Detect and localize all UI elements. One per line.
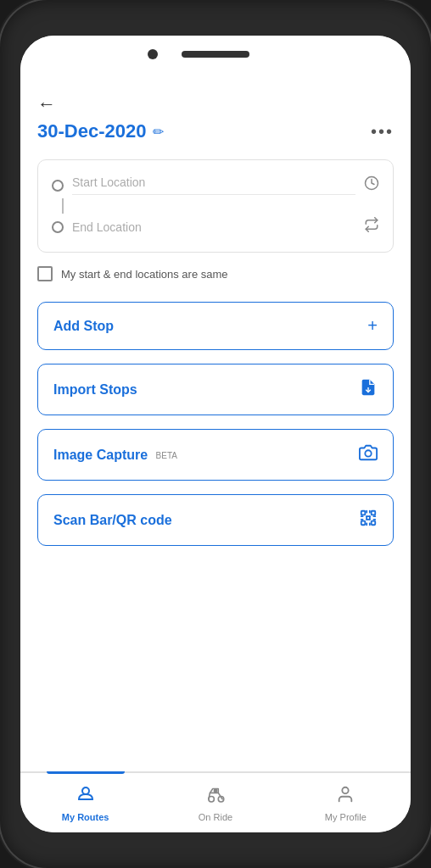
svg-point-2 [365,450,371,456]
image-capture-label: Image Capture BETA [53,448,177,463]
end-location-row[interactable]: End Location [52,214,379,240]
same-location-checkbox[interactable] [37,266,53,281]
svg-rect-5 [361,521,366,526]
start-location-input[interactable]: Start Location [72,175,355,195]
my-profile-label: My Profile [325,812,367,822]
end-location-input[interactable]: End Location [72,220,355,234]
more-options-icon[interactable]: ••• [371,122,394,142]
back-button[interactable]: ← [37,93,64,115]
same-location-row[interactable]: My start & end locations are same [37,266,394,281]
nav-on-ride[interactable]: On Ride [150,773,280,832]
action-btn-import-stops[interactable]: Import Stops [37,364,394,415]
content-spacer [20,553,411,771]
nav-my-profile[interactable]: My Profile [281,773,411,832]
add-stop-label: Add Stop [53,319,114,334]
start-location-row[interactable]: Start Location [52,172,379,198]
start-dot [52,180,64,192]
top-bar: ← 30-Dec-2020 ✏ ••• [20,80,411,149]
svg-point-23 [214,788,218,793]
phone-frame: ← 30-Dec-2020 ✏ ••• Start Location [0,0,431,868]
on-ride-icon [204,784,227,810]
phone-screen: ← 30-Dec-2020 ✏ ••• Start Location [20,36,411,832]
end-dot [52,221,64,233]
import-stops-label: Import Stops [53,382,137,398]
my-routes-label: My Routes [62,812,109,822]
beta-badge: BETA [156,451,177,460]
bottom-nav: My Routes On Ride [20,771,411,832]
same-location-label: My start & end locations are same [61,268,228,281]
app-content: ← 30-Dec-2020 ✏ ••• Start Location [20,80,411,832]
on-ride-label: On Ride [199,812,232,822]
clock-icon[interactable] [364,175,379,195]
connector-line [62,198,64,214]
speaker [182,51,249,58]
image-capture-icon [359,443,378,466]
svg-rect-4 [372,511,376,515]
my-routes-icon [76,784,96,810]
svg-rect-3 [361,511,366,515]
swap-icon[interactable] [364,217,379,236]
connector [52,198,379,214]
scan-barqr-label: Scan Bar/QR code [53,513,172,528]
add-stop-icon: + [367,316,378,336]
action-btn-image-capture[interactable]: Image Capture BETA [37,429,394,481]
edit-icon[interactable]: ✏ [153,124,164,140]
camera-notch [148,49,158,59]
route-date-title: 30-Dec-2020 [37,120,146,142]
svg-point-24 [343,787,349,793]
status-bar [20,36,411,80]
svg-point-19 [82,787,89,794]
nav-my-routes[interactable]: My Routes [20,773,150,832]
location-card: Start Location End Location [37,159,394,253]
my-profile-icon [336,784,355,810]
action-btn-scan-barqr[interactable]: Scan Bar/QR code [37,494,394,546]
import-stops-icon [359,378,378,401]
scan-barqr-icon [359,509,378,531]
title-row: 30-Dec-2020 ✏ ••• [37,120,394,142]
route-title: 30-Dec-2020 ✏ [37,120,164,142]
action-btn-add-stop[interactable]: Add Stop + [37,302,394,350]
svg-rect-6 [372,521,376,526]
